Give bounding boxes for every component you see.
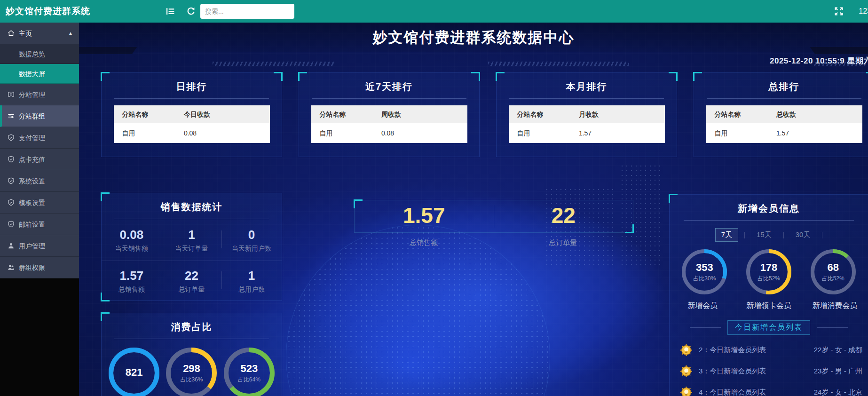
tab-separator [822, 232, 822, 238]
shield-check-icon [8, 199, 15, 206]
sidebar-item-template-settings[interactable]: 模板设置 [0, 192, 79, 214]
columns-icon [8, 91, 15, 98]
sliders-icon [8, 112, 15, 119]
table-row: 自用1.57 [706, 123, 862, 143]
donut-chart: 178占比52% [746, 249, 791, 294]
panel-7day-ranking: 近7天排行 分站名称周收款 自用0.08 [299, 72, 480, 157]
shield-check-icon [8, 177, 15, 184]
data-screen: 妙文馆付费进群系统数据中心 2025-12-20 10:55:9 星期六 日排行… [79, 23, 868, 396]
consume-donuts: 821 298占比36% 523占比64% [102, 348, 282, 396]
today-member-list-badge[interactable]: 今日新增会员列表 [727, 320, 810, 335]
corner-bracket [101, 312, 110, 321]
cell-amount: 0.08 [184, 123, 270, 143]
sidebar-item-label: 分站群组 [19, 105, 45, 127]
kpi-total-sales-value: 1.57 [355, 200, 494, 232]
sidebar-item-label: 支付管理 [19, 127, 45, 149]
sidebar-item-label: 数据总览 [19, 44, 45, 64]
collapse-menu-icon[interactable] [166, 7, 175, 16]
title-underline [509, 98, 664, 99]
badge-line [817, 327, 848, 328]
sidebar-item-data-screen[interactable]: 数据大屏 [0, 64, 79, 84]
member-list: 2：今日新增会员列表 22岁 - 女 - 成都 3：今日新增会员列表 23岁 -… [670, 340, 868, 396]
cell-site-name: 自用 [311, 123, 381, 143]
cell-site-name: 自用 [114, 123, 184, 143]
title-underline [114, 339, 269, 339]
sidebar-item-email-settings[interactable]: 邮箱设置 [0, 214, 79, 235]
ranking-table: 分站名称月收款 自用1.57 [509, 105, 665, 143]
table-row: 自用0.08 [311, 123, 467, 143]
ranking-panels-row: 日排行 分站名称今日收款 自用0.08 近7天排行 分站名称周收款 自用0.08… [101, 72, 868, 157]
sidebar-item-label: 点卡充值 [19, 149, 45, 170]
sidebar-item-payment-manage[interactable]: 支付管理 [0, 127, 79, 149]
panel-title: 本月排行 [497, 80, 677, 93]
band-decoration [79, 47, 137, 54]
list-item[interactable]: 3：今日新增会员列表 23岁 - 男 - 广州 [670, 361, 868, 382]
fullscreen-icon[interactable] [834, 7, 844, 16]
title-underline [684, 220, 854, 221]
users-icon [8, 264, 15, 271]
member-text: 2：今日新增会员列表 [699, 346, 814, 355]
sidebar-item-card-recharge[interactable]: 点卡充值 [0, 149, 79, 170]
table-row: 自用1.57 [509, 123, 665, 143]
cell-amount: 0.08 [381, 123, 467, 143]
column-header: 总收款 [776, 105, 862, 123]
stat-total-users: 1总用户数 [221, 269, 282, 294]
kpi-total-sales-label: 总销售额 [354, 238, 493, 247]
donut-chart: 821 [109, 348, 159, 396]
sidebar-item-substation-manage[interactable]: 分站管理 [0, 84, 79, 105]
member-donuts: 353占比30% 178占比52% 68占比52% [670, 249, 868, 294]
panel-title: 销售数据统计 [102, 201, 282, 214]
cell-amount: 1.57 [776, 123, 862, 143]
center-kpi-box: 1.57 22 [354, 200, 633, 233]
ranking-table: 分站名称总收款 自用1.57 [706, 105, 862, 143]
user-icon [8, 242, 15, 249]
corner-bracket [101, 72, 110, 81]
member-range-tabs: 7天 15天 30天 [670, 228, 868, 242]
tab-separator [744, 232, 745, 238]
stat-today-sales: 0.08当天销售额 [102, 228, 162, 253]
sidebar-item-label: 数据大屏 [19, 64, 45, 84]
tab-30-days[interactable]: 30天 [790, 229, 816, 241]
bulb-icon [680, 386, 693, 396]
sidebar-item-substation-group[interactable]: 分站群组 [0, 105, 79, 127]
corner-bracket [354, 199, 363, 208]
current-datetime: 2025-12-20 10:55:9 星期六 [770, 55, 868, 66]
sidebar-item-label: 邮箱设置 [19, 214, 45, 235]
stats-row-total: 1.57总销售额 22总订单量 1总用户数 [102, 261, 282, 294]
hatch-decoration [213, 62, 335, 66]
list-item[interactable]: 2：今日新增会员列表 22岁 - 女 - 成都 [670, 340, 868, 361]
panel-daily-ranking: 日排行 分站名称今日收款 自用0.08 [101, 72, 282, 157]
search-input[interactable] [200, 4, 294, 19]
column-header: 分站名称 [706, 105, 776, 123]
panel-month-ranking: 本月排行 分站名称月收款 自用1.57 [496, 72, 677, 157]
column-header: 月收款 [579, 105, 665, 123]
sidebar-item-label: 群组权限 [19, 257, 45, 278]
panel-sales-stats: 销售数据统计 0.08当天销售额 1当天订单量 0当天新用户数 1.57总销售额… [101, 193, 282, 301]
corner-bracket [274, 72, 283, 81]
header-username[interactable]: 123 [859, 0, 868, 23]
sidebar-item-system-settings[interactable]: 系统设置 [0, 170, 79, 192]
tab-7-days[interactable]: 7天 [715, 228, 738, 242]
panel-total-ranking: 总排行 分站名称总收款 自用1.57 [694, 72, 868, 157]
member-info: 24岁 - 女 - 北京 [814, 388, 863, 396]
sidebar-item-label: 主页 [19, 23, 32, 44]
sidebar-nav: 主页 ▲ 数据总览 数据大屏 分站管理 分站群组 支付管理 点卡充值 系统设置 [0, 23, 79, 396]
sidebar-item-label: 模板设置 [19, 192, 45, 214]
screen-title: 妙文馆付费进群系统数据中心 [79, 23, 868, 53]
refresh-icon[interactable] [186, 7, 196, 16]
stats-row-today: 0.08当天销售额 1当天订单量 0当天新用户数 [102, 228, 282, 253]
tab-15-days[interactable]: 15天 [751, 229, 777, 241]
sidebar-item-group-permissions[interactable]: 群组权限 [0, 257, 79, 278]
list-item[interactable]: 4：今日新增会员列表 24岁 - 女 - 北京 [670, 382, 868, 396]
sidebar-item-home[interactable]: 主页 ▲ [0, 23, 79, 44]
sidebar-item-data-overview[interactable]: 数据总览 [0, 44, 79, 64]
top-header-bar: 妙文馆付费进群系统 123 [0, 0, 868, 23]
search-box [200, 4, 294, 19]
panel-consume-ratio: 消费占比 821 298占比36% 523占比64% [101, 313, 282, 396]
member-list-badge-row: 今日新增会员列表 [670, 320, 868, 335]
caret-up-icon[interactable]: ▲ [68, 23, 73, 44]
donut-chart: 68占比52% [811, 249, 856, 294]
band-decoration [810, 47, 868, 54]
sidebar-item-user-manage[interactable]: 用户管理 [0, 235, 79, 257]
hatch-decoration [488, 62, 629, 66]
